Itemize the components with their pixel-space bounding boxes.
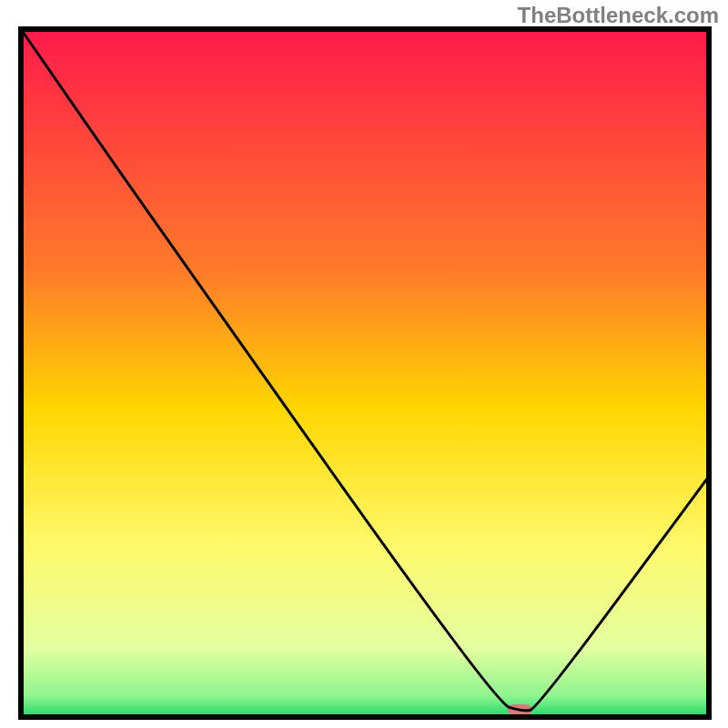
bottleneck-chart <box>0 0 728 728</box>
chart-container: TheBottleneck.com <box>0 0 728 728</box>
watermark-text: TheBottleneck.com <box>518 3 719 28</box>
